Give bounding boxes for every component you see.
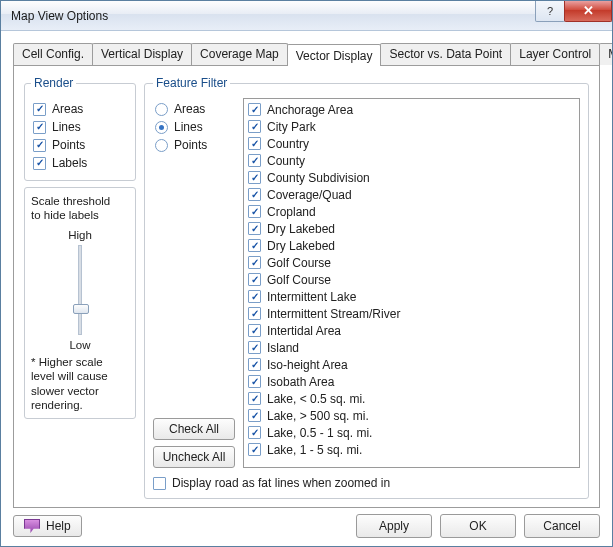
list-item-checkbox[interactable]	[248, 188, 261, 201]
tab-misc[interactable]: Misc.	[599, 43, 612, 65]
render-lines-label: Lines	[52, 120, 81, 134]
list-item-label: Country	[267, 137, 309, 151]
list-item[interactable]: Iso-height Area	[246, 356, 577, 373]
list-item-label: County	[267, 154, 305, 168]
list-item[interactable]: Lake, 0.5 - 1 sq. mi.	[246, 424, 577, 441]
scale-slider[interactable]: High Low	[31, 229, 129, 351]
list-item[interactable]: County Subdivision	[246, 169, 577, 186]
render-lines-checkbox[interactable]	[33, 121, 46, 134]
list-item-label: Intermittent Stream/River	[267, 307, 400, 321]
render-areas-checkbox[interactable]	[33, 103, 46, 116]
list-item[interactable]: Isobath Area	[246, 373, 577, 390]
render-labels-row[interactable]: Labels	[33, 156, 127, 170]
tab-layer-control[interactable]: Layer Control	[510, 43, 600, 65]
list-item-checkbox[interactable]	[248, 409, 261, 422]
tab-vector-display[interactable]: Vector Display	[287, 44, 382, 66]
filter-radio-areas[interactable]	[155, 103, 168, 116]
list-item-checkbox[interactable]	[248, 426, 261, 439]
list-item-label: Lake, > 500 sq. mi.	[267, 409, 369, 423]
list-item[interactable]: Dry Lakebed	[246, 237, 577, 254]
display-road-row[interactable]: Display road as fat lines when zoomed in	[153, 476, 580, 490]
right-column: Feature Filter AreasLinesPoints Check Al…	[144, 76, 589, 499]
render-areas-row[interactable]: Areas	[33, 102, 127, 116]
list-item-label: Anchorage Area	[267, 103, 353, 117]
list-item[interactable]: Island	[246, 339, 577, 356]
list-item-checkbox[interactable]	[248, 392, 261, 405]
list-item[interactable]: Intertidal Area	[246, 322, 577, 339]
check-all-button[interactable]: Check All	[153, 418, 235, 440]
list-item-checkbox[interactable]	[248, 290, 261, 303]
titlebar-buttons: ? ✕	[536, 1, 612, 22]
titlebar-close-button[interactable]: ✕	[564, 1, 612, 22]
list-item[interactable]: Intermittent Lake	[246, 288, 577, 305]
list-item[interactable]: Country	[246, 135, 577, 152]
list-item[interactable]: Anchorage Area	[246, 101, 577, 118]
render-group: Render AreasLinesPointsLabels	[24, 76, 136, 181]
list-item-checkbox[interactable]	[248, 171, 261, 184]
feature-filter-group: Feature Filter AreasLinesPoints Check Al…	[144, 76, 589, 499]
list-item[interactable]: Lake, > 500 sq. mi.	[246, 407, 577, 424]
filter-radio-areas-row[interactable]: Areas	[155, 102, 233, 116]
list-item-checkbox[interactable]	[248, 239, 261, 252]
display-road-checkbox[interactable]	[153, 477, 166, 490]
list-item-label: City Park	[267, 120, 316, 134]
list-item[interactable]: County	[246, 152, 577, 169]
help-icon	[24, 519, 40, 533]
list-item[interactable]: City Park	[246, 118, 577, 135]
tab-vertical-display[interactable]: Vertical Display	[92, 43, 192, 65]
feature-list[interactable]: Anchorage AreaCity ParkCountryCountyCoun…	[243, 98, 580, 468]
list-item-checkbox[interactable]	[248, 273, 261, 286]
filter-radio-points-label: Points	[174, 138, 207, 152]
list-item-checkbox[interactable]	[248, 222, 261, 235]
cancel-button[interactable]: Cancel	[524, 514, 600, 538]
list-item-checkbox[interactable]	[248, 103, 261, 116]
uncheck-all-button[interactable]: Uncheck All	[153, 446, 235, 468]
list-item[interactable]: Intermittent Stream/River	[246, 305, 577, 322]
render-labels-checkbox[interactable]	[33, 157, 46, 170]
list-item-label: Lake, < 0.5 sq. mi.	[267, 392, 365, 406]
list-item-checkbox[interactable]	[248, 205, 261, 218]
list-item-checkbox[interactable]	[248, 120, 261, 133]
list-item-checkbox[interactable]	[248, 307, 261, 320]
render-labels-label: Labels	[52, 156, 87, 170]
list-item-checkbox[interactable]	[248, 324, 261, 337]
tab-cell-config[interactable]: Cell Config.	[13, 43, 93, 65]
display-road-label: Display road as fat lines when zoomed in	[172, 476, 390, 490]
tab-coverage-map[interactable]: Coverage Map	[191, 43, 288, 65]
filter-radio-points-row[interactable]: Points	[155, 138, 233, 152]
slider-track[interactable]	[78, 245, 82, 335]
filter-radio-points[interactable]	[155, 139, 168, 152]
list-item-label: Golf Course	[267, 273, 331, 287]
titlebar-help-button[interactable]: ?	[535, 1, 565, 22]
list-item-checkbox[interactable]	[248, 154, 261, 167]
list-item[interactable]: Lake, < 0.5 sq. mi.	[246, 390, 577, 407]
filter-left: AreasLinesPoints Check All Uncheck All	[153, 98, 235, 468]
render-points-row[interactable]: Points	[33, 138, 127, 152]
list-item[interactable]: Cropland	[246, 203, 577, 220]
list-item[interactable]: Golf Course	[246, 271, 577, 288]
list-item[interactable]: Dry Lakebed	[246, 220, 577, 237]
slider-thumb[interactable]	[73, 304, 89, 314]
ok-button[interactable]: OK	[440, 514, 516, 538]
list-item-label: Intermittent Lake	[267, 290, 356, 304]
list-item-label: Isobath Area	[267, 375, 334, 389]
list-item-checkbox[interactable]	[248, 443, 261, 456]
render-lines-row[interactable]: Lines	[33, 120, 127, 134]
feature-filter-legend: Feature Filter	[153, 76, 230, 90]
list-item-checkbox[interactable]	[248, 375, 261, 388]
apply-button[interactable]: Apply	[356, 514, 432, 538]
tab-sector-vs-data-point[interactable]: Sector vs. Data Point	[380, 43, 511, 65]
dialog-footer: Help Apply OK Cancel	[13, 508, 600, 538]
list-item[interactable]: Golf Course	[246, 254, 577, 271]
list-item-checkbox[interactable]	[248, 256, 261, 269]
filter-radio-lines-row[interactable]: Lines	[155, 120, 233, 134]
list-item-checkbox[interactable]	[248, 137, 261, 150]
list-item[interactable]: Lake, 1 - 5 sq. mi.	[246, 441, 577, 458]
list-item-checkbox[interactable]	[248, 358, 261, 371]
list-item-label: Island	[267, 341, 299, 355]
list-item[interactable]: Coverage/Quad	[246, 186, 577, 203]
help-button[interactable]: Help	[13, 515, 82, 537]
filter-radio-lines[interactable]	[155, 121, 168, 134]
list-item-checkbox[interactable]	[248, 341, 261, 354]
render-points-checkbox[interactable]	[33, 139, 46, 152]
